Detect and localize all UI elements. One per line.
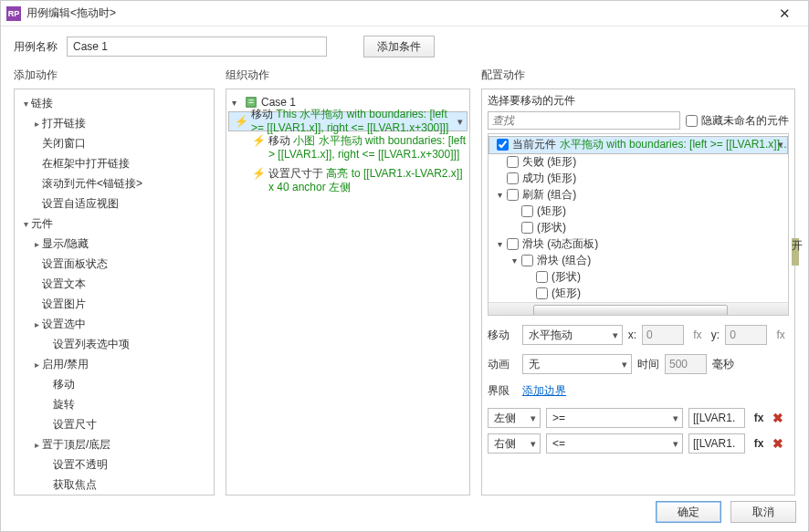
case-name-label: 用例名称 [14, 39, 58, 55]
element-row[interactable]: (矩形) [489, 203, 788, 220]
element-checkbox[interactable] [507, 238, 519, 250]
organized-action[interactable]: ⚡ 移动 This 水平拖动 with boundaries: [left >=… [228, 111, 468, 131]
anim-select[interactable]: 无 [522, 354, 632, 374]
ok-button[interactable]: 确定 [656, 501, 721, 523]
action-item[interactable]: 设置自适应视图 [15, 193, 214, 214]
chevron-right-icon: ▸ [31, 360, 42, 370]
edge-glimpse: 开 [792, 238, 799, 266]
element-checkbox[interactable] [521, 255, 533, 266]
action-text: 移动 小图 水平拖动 with boundaries: [left > [[LV… [268, 134, 468, 162]
element-row[interactable]: (矩形) [489, 286, 788, 302]
element-checkbox[interactable] [536, 271, 548, 283]
action-item[interactable]: 滚动到元件<锚链接> [15, 173, 214, 193]
organized-action[interactable]: ⚡ 设置尺寸于 高亮 to [[LVAR1.x-LVAR2.x]] x 40 a… [228, 164, 468, 197]
col-add-action: 添加动作 ▾链接 ▸打开链接 关闭窗口 在框架中打开链接 滚动到元件<锚链接> … [14, 65, 215, 495]
bolt-icon: ⚡ [252, 134, 265, 162]
boundary-value-input[interactable] [688, 408, 745, 428]
element-row-current[interactable]: 当前元件水平拖动 with boundaries: [left >= [[LVA… [489, 136, 788, 154]
x-label: x: [628, 329, 636, 341]
time-unit: 毫秒 [712, 357, 734, 372]
element-checkbox[interactable] [536, 287, 548, 299]
element-row[interactable]: 成功 (矩形) [489, 171, 788, 187]
close-icon[interactable]: ✕ [766, 5, 803, 22]
x-input[interactable] [642, 325, 684, 345]
action-tree: ▾链接 ▸打开链接 关闭窗口 在框架中打开链接 滚动到元件<锚链接> 设置自适应… [15, 89, 214, 495]
chevron-down-icon: ▾ [20, 219, 31, 229]
time-label: 时间 [637, 357, 659, 372]
svg-rect-1 [248, 99, 253, 100]
move-label: 移动 [488, 328, 517, 343]
anim-label: 动画 [488, 357, 517, 372]
element-row[interactable]: (形状) [489, 269, 788, 286]
element-checkbox[interactable] [521, 205, 533, 217]
element-checkbox[interactable] [521, 222, 533, 234]
fx-button[interactable]: fx [751, 412, 767, 424]
action-item[interactable]: 旋转 [15, 394, 214, 414]
element-checkbox[interactable] [497, 139, 509, 151]
file-icon [245, 96, 257, 109]
action-item[interactable]: ▸启用/禁用 [15, 354, 214, 374]
element-row-group[interactable]: ▾滑块 (动态面板) [489, 236, 788, 253]
move-type-select[interactable]: 水平拖动 [522, 325, 623, 345]
action-text: 设置尺寸于 高亮 to [[LVAR1.x-LVAR2.x]] x 40 anc… [268, 167, 468, 194]
fx-button[interactable]: fx [751, 437, 767, 450]
fx-button[interactable]: fx [689, 329, 706, 341]
element-checkbox[interactable] [507, 172, 519, 184]
action-item[interactable]: ▸显示/隐藏 [15, 234, 214, 254]
element-checkbox[interactable] [507, 156, 519, 168]
delete-icon[interactable]: ✖ [772, 411, 783, 425]
hide-unnamed-checkbox[interactable] [686, 115, 698, 127]
action-item[interactable]: 移动 [15, 374, 214, 394]
element-checkbox[interactable] [507, 189, 519, 201]
element-row-group[interactable]: ▾滑块 (组合) [489, 253, 788, 269]
hide-unnamed-toggle[interactable]: 隐藏未命名的元件 [686, 113, 789, 129]
action-item[interactable]: 获取焦点 [15, 475, 214, 495]
time-input[interactable] [665, 354, 707, 374]
chevron-right-icon: ▸ [31, 440, 42, 450]
case-name-input[interactable] [67, 37, 327, 57]
bound-label: 界限 [488, 383, 517, 399]
action-item[interactable]: ▸设置选中 [15, 314, 214, 334]
boundary-side-select[interactable]: 左侧 [488, 408, 541, 428]
boundary-row: 左侧 >= fx ✖ [488, 408, 789, 428]
window-title: 用例编辑<拖动时> [26, 5, 766, 21]
action-item[interactable]: 设置面板状态 [15, 254, 214, 274]
chevron-down-icon: ▾ [232, 98, 241, 108]
cat-widget[interactable]: ▾元件 [15, 214, 214, 234]
col-configure-action: 配置动作 选择要移动的元件 隐藏未命名的元件 当前元件水平拖动 with bou… [481, 65, 795, 495]
add-boundary-link[interactable]: 添加边界 [522, 383, 566, 399]
cancel-button[interactable]: 取消 [730, 501, 796, 523]
action-item[interactable]: 在框架中打开链接 [15, 153, 214, 173]
boundary-op-select[interactable]: >= [546, 408, 683, 428]
scroll-thumb[interactable] [533, 305, 728, 316]
action-item[interactable]: 设置尺寸 [15, 414, 214, 434]
action-item[interactable]: 设置列表选中项 [15, 334, 214, 354]
y-input[interactable] [725, 325, 767, 345]
boundary-op-select[interactable]: <= [546, 433, 683, 454]
action-item[interactable]: 设置图片 [15, 294, 214, 314]
delete-icon[interactable]: ✖ [772, 436, 783, 451]
action-item[interactable]: 关闭窗口 [15, 133, 214, 153]
organized-action[interactable]: ⚡ 移动 小图 水平拖动 with boundaries: [left > [[… [228, 131, 468, 164]
action-item[interactable]: ▸打开链接 [15, 113, 214, 133]
action-item[interactable]: 设置不透明 [15, 454, 214, 475]
action-item[interactable]: 设置文本 [15, 274, 214, 294]
cat-link[interactable]: ▾链接 [15, 93, 214, 113]
y-label: y: [711, 329, 720, 341]
h-scrollbar[interactable] [489, 302, 788, 315]
anim-row: 动画 无 时间 毫秒 [488, 354, 789, 374]
action-item[interactable]: ▸置于顶层/底层 [15, 434, 214, 454]
move-row: 移动 水平拖动 x: fx y: fx [488, 325, 789, 345]
boundary-side-select[interactable]: 右侧 [488, 433, 541, 454]
bolt-icon: ⚡ [235, 115, 247, 129]
chevron-right-icon: ▸ [31, 239, 42, 249]
chevron-right-icon: ▸ [31, 319, 42, 329]
boundary-value-input[interactable] [688, 433, 745, 454]
add-condition-button[interactable]: 添加条件 [363, 36, 435, 57]
element-row-group[interactable]: ▾刷新 (组合) [489, 187, 788, 203]
action-item[interactable]: ▸展开/折叠树节点 [15, 495, 214, 495]
element-row[interactable]: (形状) [489, 220, 788, 236]
fx-button[interactable]: fx [772, 329, 789, 341]
element-row[interactable]: 失败 (矩形) [489, 154, 788, 171]
search-input[interactable] [488, 111, 680, 130]
